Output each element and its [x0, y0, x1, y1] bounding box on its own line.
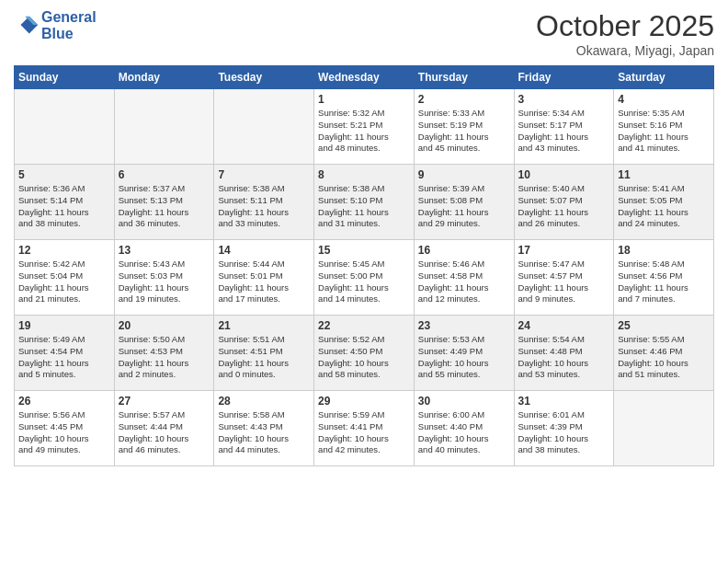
month-title: October 2025 [536, 9, 714, 43]
day-cell: 23Sunrise: 5:53 AM Sunset: 4:49 PM Dayli… [414, 316, 514, 391]
day-cell: 7Sunrise: 5:38 AM Sunset: 5:11 PM Daylig… [214, 165, 314, 240]
week-row: 1Sunrise: 5:32 AM Sunset: 5:21 PM Daylig… [15, 89, 714, 165]
calendar-page: General Blue October 2025 Okawara, Miyag… [0, 0, 728, 563]
day-info: Sunrise: 5:53 AM Sunset: 4:49 PM Dayligh… [418, 334, 510, 381]
day-cell: 4Sunrise: 5:35 AM Sunset: 5:16 PM Daylig… [614, 89, 714, 165]
weekday-header-wednesday: Wednesday [314, 66, 415, 89]
day-cell: 8Sunrise: 5:38 AM Sunset: 5:10 PM Daylig… [314, 165, 415, 240]
day-info: Sunrise: 5:38 AM Sunset: 5:11 PM Dayligh… [218, 183, 310, 230]
day-info: Sunrise: 5:57 AM Sunset: 4:44 PM Dayligh… [119, 409, 210, 456]
day-number: 1 [318, 93, 410, 106]
day-cell: 27Sunrise: 5:57 AM Sunset: 4:44 PM Dayli… [114, 391, 214, 466]
weekday-header-tuesday: Tuesday [214, 66, 314, 89]
day-number: 12 [18, 244, 110, 257]
day-number: 11 [618, 168, 710, 181]
day-info: Sunrise: 5:52 AM Sunset: 4:50 PM Dayligh… [318, 334, 410, 381]
day-number: 31 [518, 395, 610, 408]
day-info: Sunrise: 5:51 AM Sunset: 4:51 PM Dayligh… [218, 334, 310, 381]
day-info: Sunrise: 5:40 AM Sunset: 5:07 PM Dayligh… [518, 183, 610, 230]
logo: General Blue [14, 9, 97, 41]
day-cell: 18Sunrise: 5:48 AM Sunset: 4:56 PM Dayli… [614, 240, 714, 316]
day-cell: 14Sunrise: 5:44 AM Sunset: 5:01 PM Dayli… [214, 240, 314, 316]
day-cell: 31Sunrise: 6:01 AM Sunset: 4:39 PM Dayli… [514, 391, 614, 466]
day-cell: 1Sunrise: 5:32 AM Sunset: 5:21 PM Daylig… [314, 89, 415, 165]
day-info: Sunrise: 5:58 AM Sunset: 4:43 PM Dayligh… [218, 409, 310, 456]
day-info: Sunrise: 5:37 AM Sunset: 5:13 PM Dayligh… [119, 183, 210, 230]
day-number: 21 [218, 319, 310, 332]
day-number: 3 [518, 93, 610, 106]
day-cell: 20Sunrise: 5:50 AM Sunset: 4:53 PM Dayli… [114, 316, 214, 391]
day-number: 15 [318, 244, 410, 257]
logo-icon [14, 13, 40, 39]
calendar-table: SundayMondayTuesdayWednesdayThursdayFrid… [14, 65, 714, 466]
day-cell: 12Sunrise: 5:42 AM Sunset: 5:04 PM Dayli… [15, 240, 115, 316]
day-number: 8 [318, 168, 410, 181]
weekday-header-saturday: Saturday [614, 66, 714, 89]
day-cell: 13Sunrise: 5:43 AM Sunset: 5:03 PM Dayli… [114, 240, 214, 316]
day-cell: 10Sunrise: 5:40 AM Sunset: 5:07 PM Dayli… [514, 165, 614, 240]
day-number: 9 [418, 168, 510, 181]
day-number: 7 [218, 168, 310, 181]
logo-text: General Blue [41, 9, 97, 41]
week-row: 26Sunrise: 5:56 AM Sunset: 4:45 PM Dayli… [15, 391, 714, 466]
day-info: Sunrise: 5:46 AM Sunset: 4:58 PM Dayligh… [418, 259, 510, 305]
day-info: Sunrise: 6:00 AM Sunset: 4:40 PM Dayligh… [418, 409, 510, 456]
day-cell: 2Sunrise: 5:33 AM Sunset: 5:19 PM Daylig… [414, 89, 514, 165]
day-cell: 19Sunrise: 5:49 AM Sunset: 4:54 PM Dayli… [15, 316, 115, 391]
day-number: 28 [218, 395, 310, 408]
day-number: 16 [418, 244, 510, 257]
day-cell [614, 391, 714, 466]
day-cell: 21Sunrise: 5:51 AM Sunset: 4:51 PM Dayli… [214, 316, 314, 391]
day-info: Sunrise: 5:55 AM Sunset: 4:46 PM Dayligh… [618, 334, 710, 381]
day-number: 10 [518, 168, 610, 181]
day-info: Sunrise: 5:49 AM Sunset: 4:54 PM Dayligh… [18, 334, 110, 381]
day-cell: 28Sunrise: 5:58 AM Sunset: 4:43 PM Dayli… [214, 391, 314, 466]
day-info: Sunrise: 5:33 AM Sunset: 5:19 PM Dayligh… [418, 108, 510, 155]
day-info: Sunrise: 5:48 AM Sunset: 4:56 PM Dayligh… [618, 259, 710, 305]
day-cell: 22Sunrise: 5:52 AM Sunset: 4:50 PM Dayli… [314, 316, 415, 391]
week-row: 12Sunrise: 5:42 AM Sunset: 5:04 PM Dayli… [15, 240, 714, 316]
day-info: Sunrise: 5:35 AM Sunset: 5:16 PM Dayligh… [618, 108, 710, 155]
day-number: 19 [18, 319, 110, 332]
day-info: Sunrise: 6:01 AM Sunset: 4:39 PM Dayligh… [518, 409, 610, 456]
day-info: Sunrise: 5:47 AM Sunset: 4:57 PM Dayligh… [518, 259, 610, 305]
day-number: 4 [618, 93, 710, 106]
day-cell [114, 89, 214, 165]
day-info: Sunrise: 5:45 AM Sunset: 5:00 PM Dayligh… [318, 259, 410, 305]
weekday-header-thursday: Thursday [414, 66, 514, 89]
location: Okawara, Miyagi, Japan [536, 43, 714, 58]
day-info: Sunrise: 5:32 AM Sunset: 5:21 PM Dayligh… [318, 108, 410, 155]
day-number: 30 [418, 395, 510, 408]
day-number: 29 [318, 395, 410, 408]
day-cell: 16Sunrise: 5:46 AM Sunset: 4:58 PM Dayli… [414, 240, 514, 316]
day-cell: 3Sunrise: 5:34 AM Sunset: 5:17 PM Daylig… [514, 89, 614, 165]
weekday-header-sunday: Sunday [15, 66, 115, 89]
day-info: Sunrise: 5:44 AM Sunset: 5:01 PM Dayligh… [218, 259, 310, 305]
day-info: Sunrise: 5:41 AM Sunset: 5:05 PM Dayligh… [618, 183, 710, 230]
day-cell: 24Sunrise: 5:54 AM Sunset: 4:48 PM Dayli… [514, 316, 614, 391]
day-info: Sunrise: 5:56 AM Sunset: 4:45 PM Dayligh… [18, 409, 110, 456]
day-cell [214, 89, 314, 165]
week-row: 5Sunrise: 5:36 AM Sunset: 5:14 PM Daylig… [15, 165, 714, 240]
day-info: Sunrise: 5:50 AM Sunset: 4:53 PM Dayligh… [119, 334, 210, 381]
day-number: 24 [518, 319, 610, 332]
day-cell: 26Sunrise: 5:56 AM Sunset: 4:45 PM Dayli… [15, 391, 115, 466]
day-info: Sunrise: 5:36 AM Sunset: 5:14 PM Dayligh… [18, 183, 110, 230]
weekday-header-row: SundayMondayTuesdayWednesdayThursdayFrid… [15, 66, 714, 89]
day-number: 17 [518, 244, 610, 257]
day-cell: 30Sunrise: 6:00 AM Sunset: 4:40 PM Dayli… [414, 391, 514, 466]
day-cell: 15Sunrise: 5:45 AM Sunset: 5:00 PM Dayli… [314, 240, 415, 316]
day-number: 25 [618, 319, 710, 332]
header: General Blue October 2025 Okawara, Miyag… [14, 9, 714, 58]
day-number: 5 [18, 168, 110, 181]
day-info: Sunrise: 5:39 AM Sunset: 5:08 PM Dayligh… [418, 183, 510, 230]
day-cell: 5Sunrise: 5:36 AM Sunset: 5:14 PM Daylig… [15, 165, 115, 240]
weekday-header-friday: Friday [514, 66, 614, 89]
day-number: 14 [218, 244, 310, 257]
day-number: 22 [318, 319, 410, 332]
day-info: Sunrise: 5:43 AM Sunset: 5:03 PM Dayligh… [119, 259, 210, 305]
weekday-header-monday: Monday [114, 66, 214, 89]
week-row: 19Sunrise: 5:49 AM Sunset: 4:54 PM Dayli… [15, 316, 714, 391]
title-block: October 2025 Okawara, Miyagi, Japan [536, 9, 714, 58]
day-cell: 25Sunrise: 5:55 AM Sunset: 4:46 PM Dayli… [614, 316, 714, 391]
